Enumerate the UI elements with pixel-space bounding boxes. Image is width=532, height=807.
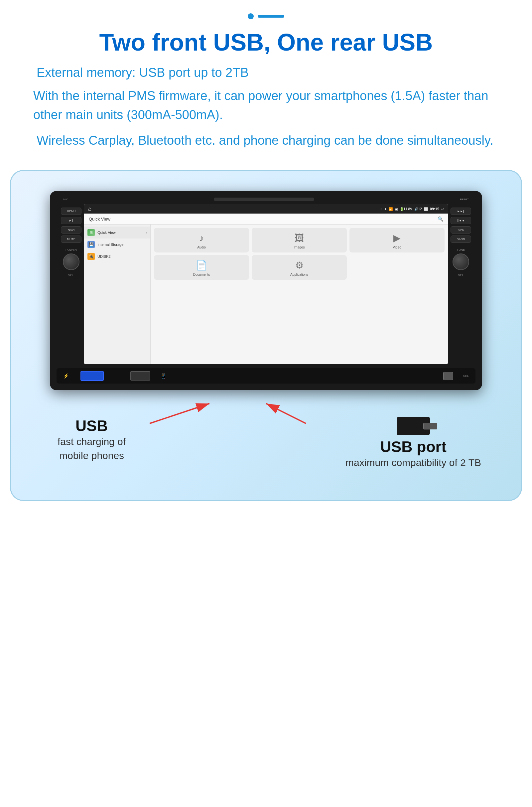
usb-connector (345, 417, 481, 435)
fm-header: Quick View 🔍 (84, 213, 448, 225)
status-time: 09:15 (430, 207, 439, 211)
power-knob[interactable] (63, 254, 79, 270)
right-buttons: ►►‖ ‖◄◄ APS BAND TUNE SEL (448, 204, 474, 364)
documents-label: Documents (193, 273, 210, 277)
file-item-documents[interactable]: 📄 Documents (154, 255, 249, 280)
udisk-label: UDISK2 (97, 255, 111, 259)
home-icon[interactable]: ⌂ (88, 206, 92, 212)
skip-back-button[interactable]: ‖◄◄ (451, 217, 471, 224)
fm-sidebar: ⊞ Quick View › 💾 Internal Storage 🔌 (84, 225, 151, 364)
power-label: POWER (65, 248, 77, 251)
wifi-icon: 📶 (389, 207, 393, 211)
file-manager: Quick View 🔍 ⊞ Quick View › (84, 213, 448, 364)
bluetooth-icon: ✦ (384, 207, 387, 211)
video-icon: ▶ (393, 232, 401, 244)
status-bar: ⌂ ↕ ✦ 📶 ▣ 🔋11.8V 🔊12 ⬜ 09:15 ↩ (84, 204, 448, 213)
usbport-subtitle: maximum compatibility of 2 TB (345, 456, 481, 470)
navi-button[interactable]: NAVI (61, 226, 81, 233)
signal-icon: ▣ (395, 207, 398, 211)
tune-label: TUNE (457, 248, 465, 251)
usbport-annotation: USB port maximum compatibility of 2 TB (345, 417, 481, 470)
search-icon[interactable]: 🔍 (438, 216, 443, 222)
usb-slot-icon: 📱 (160, 373, 167, 379)
sidebar-item-internal-storage[interactable]: 💾 Internal Storage (84, 239, 150, 250)
status-icons: ↕ ✦ 📶 ▣ 🔋11.8V 🔊12 ⬜ 09:15 ↩ (380, 207, 444, 211)
usbport-title: USB port (345, 438, 481, 456)
usb-black-port[interactable] (130, 371, 150, 380)
charging-icon: ⚡ (63, 373, 69, 378)
file-item-applications[interactable]: ⚙ Applications (252, 255, 347, 280)
usb-drive-icon: 🔌 (88, 253, 95, 260)
volume-icon: 🔊12 (414, 207, 422, 211)
band-button[interactable]: BAND (451, 236, 471, 243)
documents-icon: 📄 (196, 260, 208, 271)
quickview-label: Quick View (97, 230, 116, 234)
cd-slot (214, 198, 314, 201)
page-title: Two front USB, One rear USB (20, 29, 512, 56)
svg-line-2 (150, 404, 209, 424)
tune-knob[interactable] (453, 254, 469, 270)
quickview-icon: ⊞ (88, 229, 95, 236)
sidebar-item-quickview[interactable]: ⊞ Quick View › (84, 227, 150, 239)
body-text-1: With the internal PMS firmware, it can p… (33, 87, 499, 125)
applications-icon: ⚙ (295, 260, 304, 271)
applications-label: Applications (290, 273, 308, 277)
android-screen: ⌂ ↕ ✦ 📶 ▣ 🔋11.8V 🔊12 ⬜ 09:15 ↩ (84, 204, 448, 364)
file-item-audio[interactable]: ♪ Audio (154, 228, 249, 252)
body-text-2: Wireless Carplay, Bluetooth etc. and pho… (33, 131, 499, 150)
screen-area: MENU ►‖ NAVI MUTE POWER VOL (57, 203, 475, 365)
video-label: Video (393, 245, 401, 249)
vol-label: VOL (68, 274, 74, 277)
file-item-images[interactable]: 🖼 Images (252, 228, 347, 252)
file-item-video[interactable]: ▶ Video (349, 228, 444, 252)
fm-content: ♪ Audio 🖼 Images ▶ Video (151, 225, 448, 364)
left-buttons: MENU ►‖ NAVI MUTE POWER VOL (58, 204, 84, 364)
car-unit: MIC RESET MENU ►‖ NAVI MUTE POWER (50, 191, 482, 390)
svg-line-3 (266, 404, 306, 424)
subtitle: External memory: USB port up to 2TB (33, 65, 499, 80)
mute-button[interactable]: MUTE (61, 236, 81, 243)
sel-label: SEL (458, 274, 463, 277)
sidebar-item-udisk[interactable]: 🔌 UDISK2 (84, 250, 150, 262)
car-unit-wrapper: MIC RESET MENU ►‖ NAVI MUTE POWER (31, 191, 501, 390)
bottom-panel: ⚡ 📱 SEL (57, 368, 475, 383)
mic-label: MIC (63, 198, 68, 201)
fm-title: Quick View (89, 217, 110, 222)
menu-button[interactable]: MENU (61, 208, 81, 215)
aps-button[interactable]: APS (451, 226, 471, 233)
arrow-icon: ↕ (380, 207, 382, 211)
audio-label: Audio (197, 245, 206, 249)
chevron-icon: › (146, 231, 147, 234)
battery-voltage: 🔋11.8V (400, 207, 412, 211)
dot-line (258, 15, 284, 18)
storage-icon: 💾 (88, 241, 95, 248)
images-label: Images (294, 245, 305, 249)
images-icon: 🖼 (294, 232, 304, 244)
annotation-area: USB fast charging ofmobile phones USB po… (31, 397, 501, 483)
page-indicator (20, 13, 512, 19)
reset-label: RESET (460, 198, 469, 201)
fm-body: ⊞ Quick View › 💾 Internal Storage 🔌 (84, 225, 448, 364)
usb-title: USB (58, 417, 126, 435)
audio-icon: ♪ (199, 233, 204, 244)
play-pause-button[interactable]: ►‖ (61, 217, 81, 224)
usb-blue-port[interactable] (80, 371, 104, 381)
usb-annotation: USB fast charging ofmobile phones (58, 417, 126, 463)
dot-active (248, 13, 254, 19)
sel-bottom-label: SEL (463, 374, 469, 378)
screen-icon: ⬜ (424, 207, 428, 211)
skip-forward-button[interactable]: ►►‖ (451, 208, 471, 215)
sd-card-slot[interactable] (443, 372, 453, 380)
usb-subtitle: fast charging ofmobile phones (58, 435, 126, 463)
device-container: MIC RESET MENU ►‖ NAVI MUTE POWER (10, 170, 522, 501)
internal-storage-label: Internal Storage (97, 243, 124, 246)
back-icon[interactable]: ↩ (441, 207, 444, 211)
